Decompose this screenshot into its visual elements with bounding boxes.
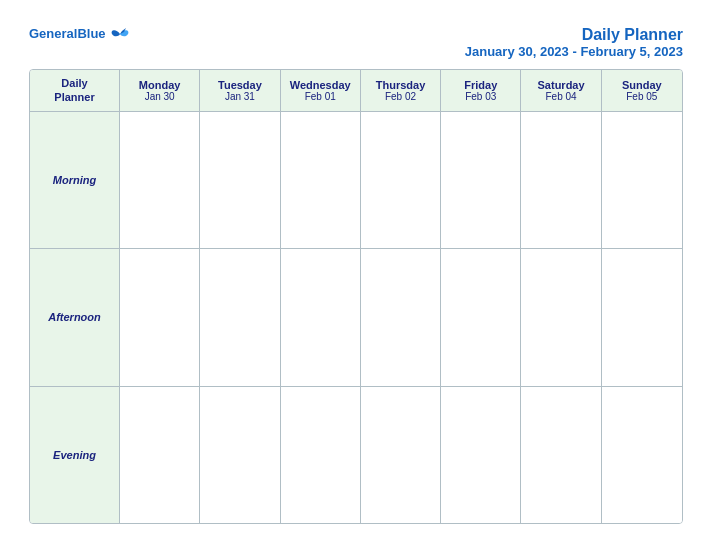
calendar-body: Morning Afternoon Evening — [30, 112, 682, 523]
evening-sunday[interactable] — [602, 387, 682, 523]
afternoon-sunday[interactable] — [602, 249, 682, 385]
title-date: January 30, 2023 - February 5, 2023 — [465, 44, 683, 59]
header: GeneralBlue Daily Planner January 30, 20… — [29, 26, 683, 59]
header-wednesday: Wednesday Feb 01 — [281, 70, 361, 111]
header-label-line1: Daily — [61, 77, 87, 89]
afternoon-thursday[interactable] — [361, 249, 441, 385]
title-block: Daily Planner January 30, 2023 - Februar… — [465, 26, 683, 59]
morning-label: Morning — [30, 112, 120, 248]
evening-label: Evening — [30, 387, 120, 523]
header-sunday: Sunday Feb 05 — [602, 70, 682, 111]
title-main: Daily Planner — [465, 26, 683, 44]
evening-monday[interactable] — [120, 387, 200, 523]
morning-row: Morning — [30, 112, 682, 249]
evening-wednesday[interactable] — [281, 387, 361, 523]
logo-bird-icon — [110, 26, 130, 42]
morning-friday[interactable] — [441, 112, 521, 248]
logo-text: GeneralBlue — [29, 27, 106, 41]
afternoon-label: Afternoon — [30, 249, 120, 385]
morning-thursday[interactable] — [361, 112, 441, 248]
page: GeneralBlue Daily Planner January 30, 20… — [11, 10, 701, 540]
header-label-cell: Daily Planner — [30, 70, 120, 111]
morning-monday[interactable] — [120, 112, 200, 248]
afternoon-monday[interactable] — [120, 249, 200, 385]
afternoon-friday[interactable] — [441, 249, 521, 385]
header-tuesday: Tuesday Jan 31 — [200, 70, 280, 111]
afternoon-tuesday[interactable] — [200, 249, 280, 385]
morning-tuesday[interactable] — [200, 112, 280, 248]
morning-sunday[interactable] — [602, 112, 682, 248]
logo: GeneralBlue — [29, 26, 130, 42]
header-label-line2: Planner — [54, 91, 94, 103]
afternoon-wednesday[interactable] — [281, 249, 361, 385]
morning-wednesday[interactable] — [281, 112, 361, 248]
afternoon-row: Afternoon — [30, 249, 682, 386]
header-saturday: Saturday Feb 04 — [521, 70, 601, 111]
afternoon-saturday[interactable] — [521, 249, 601, 385]
calendar: Daily Planner Monday Jan 30 Tuesday Jan … — [29, 69, 683, 524]
evening-tuesday[interactable] — [200, 387, 280, 523]
header-friday: Friday Feb 03 — [441, 70, 521, 111]
header-thursday: Thursday Feb 02 — [361, 70, 441, 111]
header-monday: Monday Jan 30 — [120, 70, 200, 111]
morning-saturday[interactable] — [521, 112, 601, 248]
calendar-header-row: Daily Planner Monday Jan 30 Tuesday Jan … — [30, 70, 682, 112]
evening-row: Evening — [30, 387, 682, 523]
evening-thursday[interactable] — [361, 387, 441, 523]
evening-saturday[interactable] — [521, 387, 601, 523]
evening-friday[interactable] — [441, 387, 521, 523]
